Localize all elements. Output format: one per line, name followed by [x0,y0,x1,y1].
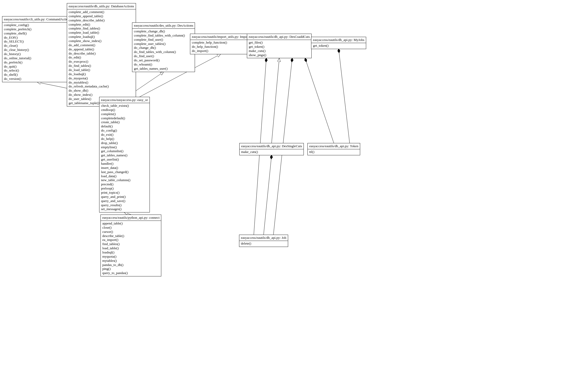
class-body: ttl() [308,149,360,155]
class-method: complete_find_tables() [69,26,134,31]
class-title: easyaccess/eautils/db_api.py: MyJobs [311,37,366,43]
class-body: get_token() [311,43,366,49]
class-method: last_pass_changed() [101,170,148,174]
class-method: cmdloop() [101,108,148,112]
class-method: do_online_tutorial() [4,56,71,60]
class-title: easyaccess/eautils/python_api.py: connec… [101,215,161,221]
class-import: easyaccess/eautils/import_utils.py: Impo… [190,34,251,54]
class-method: mytables() [102,259,159,263]
class-method: do_clear_history() [4,48,71,52]
class-method: do_find_tables_with_column() [134,50,193,54]
class-method: do_load_table() [69,68,134,72]
class-method: query_to_pandas() [102,271,159,275]
class-method: make_cuts() [249,49,310,53]
class-method: get_token() [313,44,364,48]
class-method: emptyline() [101,145,148,149]
class-method: do_EOF() [4,35,71,40]
class-method: describe_table() [102,234,159,238]
class-method: do_whoami() [134,62,193,67]
class-method: complete() [101,112,148,116]
class-method: insert_data() [101,166,148,170]
class-method: completedefault() [101,116,148,120]
composition-edge [264,155,272,235]
class-title: easyaccess/eautils/db_api.py: DesCoaddCu… [247,34,311,40]
class-method: new_table_columns() [101,178,148,182]
class-easy-or: easyaccess/easyaccess.py: easy_orcheck_t… [99,97,150,212]
class-method: do_exit() [101,133,148,137]
class-method: pandas_to_db() [102,263,159,267]
class-method: check_table_exists() [101,104,148,108]
class-method: complete_find_tables_with_column() [134,33,193,38]
class-connect: easyaccess/eautils/python_api.py: connec… [100,215,161,276]
uml-canvas: easyaccess/eautils/cli_utils.py: Command… [0,0,588,385]
class-method: loadsql() [102,250,159,254]
class-token: easyaccess/eautils/db_api.py: Tokenttl() [307,143,360,155]
class-method: get_files() [249,40,310,45]
class-method: get_tables_names_user() [134,67,193,71]
class-title: easyaccess/eautils/db_api.py: DesSingleC… [240,143,304,149]
class-method: complete_describe_table() [69,18,134,22]
class-method: make_cuts() [241,150,302,154]
class-method: get_tables_names() [101,153,148,157]
class-method: do_set_password() [134,58,193,62]
class-method: do_change_db() [134,46,193,50]
class-method: complete_find_user() [134,38,193,42]
class-title: easyaccess/easyaccess.py: easy_or [99,97,150,103]
class-title: easyaccess/eautils/des_utils.py: DesActi… [132,23,195,29]
class-method: complete_add_comment() [69,10,134,14]
class-method: do_quit() [4,64,71,69]
class-method: ea_import() [102,238,159,242]
class-title: easyaccess/eautils/cli_utils.py: Command… [2,16,73,22]
class-method: load_table() [102,246,159,250]
class-title: easyaccess/eautils/db_api.py: Token [308,143,360,149]
class-method: do_shell() [4,73,71,77]
class-method: do_execproc() [69,60,134,64]
class-method: do_clear() [4,44,71,48]
class-method: complete_append_table() [69,14,134,18]
class-method: ping() [102,267,159,271]
class-method: get_columnlist() [101,149,148,153]
class-body: check_table_exists()cmdloop()complete()c… [99,103,150,212]
class-method: do_show_db() [69,88,134,93]
class-method: ttl() [309,150,358,154]
class-title: easyaccess/eautils/import_utils.py: Impo… [190,34,251,40]
class-body: get_files()get_token()make_cuts()show_pn… [247,40,311,58]
class-method: do_loadsql() [69,72,134,76]
class-method: close() [102,226,159,230]
class-method: do_help_function() [192,45,249,49]
class-title: easyaccess/eautils/db_api.py: Job [239,235,288,241]
composition-edge [305,58,334,143]
class-method: print_topics() [101,191,148,195]
class-method: do_prefetch() [4,60,71,64]
class-method: find_tables() [102,242,159,246]
class-body: complete_config()complete_prefetch()comp… [2,22,73,82]
class-method: query_results() [101,203,148,207]
class-command-actions: easyaccess/eautils/cli_utils.py: Command… [2,16,73,82]
class-method: query_and_save() [101,199,148,203]
class-method: do_describe_table() [69,51,134,56]
class-method: do_refresh_metadata_cache() [69,84,134,88]
class-method: complete_shell() [4,31,71,35]
class-method: append_table() [102,221,159,226]
class-method: myquota() [102,254,159,259]
class-method: do_mytables() [69,80,134,85]
class-method: handler() [101,162,148,166]
class-method: do_find_user() [134,54,193,58]
inheritance-edge [272,58,279,143]
class-method: do_add_comment() [69,43,134,47]
class-method: create_table() [101,120,148,124]
class-method: show_pngs() [249,53,310,57]
class-job: easyaccess/eautils/db_api.py: Jobdelete(… [239,235,288,247]
class-method: set_messages() [101,207,148,211]
class-method: precmd() [101,182,148,186]
class-database-actions: easyaccess/eautils/db_utils.py: Database… [67,3,136,106]
class-my-jobs: easyaccess/eautils/db_api.py: MyJobsget_… [311,37,366,49]
class-method: complete_load_table() [69,31,134,35]
class-body: complete_change_db()complete_find_tables… [132,29,195,72]
class-method: complete_change_db() [134,29,193,33]
class-method: cursor() [102,230,159,234]
class-body: delete() [239,241,288,247]
class-method: do_show_index() [69,93,134,97]
class-method: do_history() [4,52,71,56]
class-method: delete() [241,241,286,246]
